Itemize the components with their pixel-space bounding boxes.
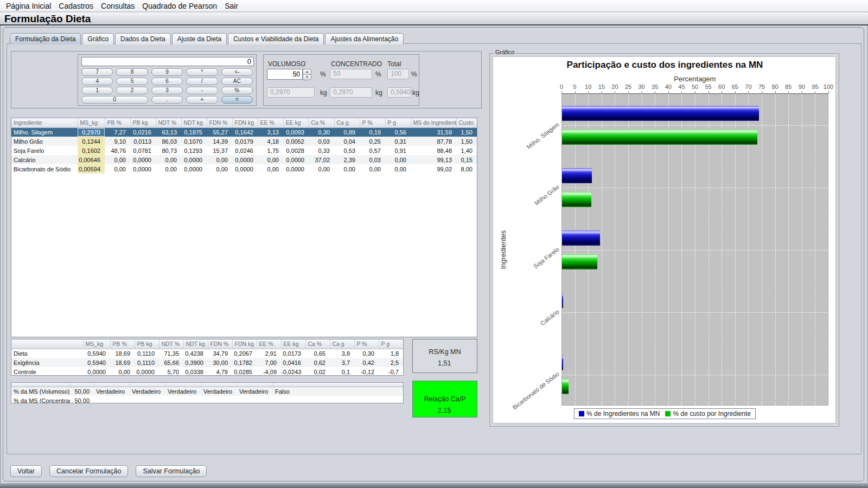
calc-key-0[interactable]: 0 — [81, 96, 148, 104]
vertical-gridline — [828, 94, 829, 406]
legend-swatch — [579, 411, 584, 416]
summary-row[interactable]: Dieta0,594018,690,111071,350,423834,790,… — [11, 349, 403, 358]
column-header-blank[interactable] — [70, 383, 94, 387]
column-header-fdn[interactable]: FDN % — [207, 118, 232, 127]
column-header-blank[interactable] — [273, 383, 403, 387]
column-header-ca[interactable]: Ca % — [305, 339, 330, 349]
column-header-p[interactable]: P % — [360, 118, 385, 127]
menu-item-consultas[interactable]: Consultas — [97, 1, 138, 11]
column-header-ms-kg[interactable]: MS_kg — [83, 339, 110, 349]
column-header-blank[interactable] — [165, 383, 201, 387]
bar-cost-percent-milho-silagem — [562, 130, 757, 145]
calc-key-3[interactable]: 3 — [151, 87, 183, 94]
calc-key-multiply[interactable]: * — [186, 68, 218, 76]
column-header-ca-g[interactable]: Ca g — [334, 118, 360, 127]
calc-key-6[interactable]: 6 — [151, 78, 183, 85]
salvar-formula-o-button[interactable]: Salvar Formulação — [136, 465, 207, 477]
column-header-p-g[interactable]: P g — [385, 118, 411, 127]
calc-key-percent[interactable]: % — [221, 87, 253, 94]
menu-item-sair[interactable]: Sair — [221, 1, 242, 11]
column-header-ndt-kg[interactable]: NDT kg — [181, 118, 207, 127]
ca-p-ratio-label: Relação Ca/P — [413, 395, 477, 403]
column-header-fdn[interactable]: FDN % — [208, 339, 232, 349]
voltar-button[interactable]: Voltar — [10, 465, 42, 477]
tab-formula-o-da-dieta[interactable]: Formulação da Dieta — [10, 33, 81, 44]
status-row[interactable]: % da MS (Concentrado)50,00 — [11, 396, 403, 403]
column-header-ms-do-ingrediente[interactable]: MS do Ingrediente — [411, 118, 456, 127]
column-header-pb[interactable]: PB % — [110, 339, 135, 349]
column-header-ndt[interactable]: NDT % — [159, 339, 183, 349]
menu-item-p-gina-inicial[interactable]: Página Inicial — [2, 1, 55, 11]
status-row[interactable]: % da MS (Volumoso)50,00VerdadeiroVerdade… — [11, 387, 403, 396]
ingredient-row[interactable]: Calcário0,006460,000,00000,000,00000,000… — [11, 155, 477, 164]
calc-key-minus[interactable]: - — [186, 87, 218, 94]
column-header-blank[interactable] — [201, 383, 237, 387]
horizontal-gridline — [562, 188, 828, 188]
column-header-ee[interactable]: EE % — [257, 339, 281, 349]
column-header-ingrediente[interactable]: Ingrediente — [11, 118, 78, 127]
spinner-down-button[interactable]: ▼ — [303, 74, 311, 80]
calc-key-clear[interactable]: AC — [221, 78, 253, 85]
ingredient-row[interactable]: Bicarbonato de Sódio0,005940,000,00000,0… — [11, 164, 477, 174]
menu-item-quadrado-de-pearson[interactable]: Quadrado de Pearson — [138, 1, 221, 11]
bar-ingredient-percent-milho-silagem — [562, 106, 759, 121]
tab-dados-da-dieta[interactable]: Dados da Dieta — [115, 33, 171, 44]
cancelar-formula-o-button[interactable]: Cancelar Formulação — [49, 465, 129, 477]
column-header-fdn-kg[interactable]: FDN kg — [232, 339, 257, 349]
column-header-p-g[interactable]: P g — [379, 339, 403, 349]
column-header-ee[interactable]: EE % — [258, 118, 283, 127]
bar-cost-percent-milho-gr-o — [562, 192, 591, 207]
spinner-up-button[interactable]: ▲ — [303, 69, 311, 74]
calc-key-1[interactable]: 1 — [81, 87, 113, 94]
calc-key-7[interactable]: 7 — [81, 68, 113, 76]
column-header-ndt-kg[interactable]: NDT kg — [183, 339, 208, 349]
column-header-ca-g[interactable]: Ca g — [330, 339, 354, 349]
ingredient-row[interactable]: Milho Grão0,12449,100,011386,030,107014,… — [11, 137, 477, 146]
calc-key-9[interactable]: 9 — [151, 68, 183, 76]
column-header-blank[interactable] — [237, 383, 273, 387]
column-header-ca[interactable]: Ca % — [309, 118, 334, 127]
column-header-blank[interactable] — [11, 383, 70, 387]
column-header-ee-kg[interactable]: EE kg — [281, 339, 305, 349]
column-header-pb[interactable]: PB % — [105, 118, 130, 127]
chart-group: Gráfico Participação e custo dos ingredi… — [489, 49, 839, 427]
calc-key-equals[interactable]: = — [221, 96, 253, 104]
calc-key-2[interactable]: 2 — [116, 87, 148, 94]
column-header-p[interactable]: P % — [354, 339, 379, 349]
column-header-blank[interactable] — [130, 383, 165, 387]
tab-custos-e-viabilidade-da-dieta[interactable]: Custos e Viabilidade da Dieta — [228, 33, 324, 44]
tab-ajustes-da-alimenta-o[interactable]: Ajustes da Alimentação — [325, 33, 404, 44]
column-header-pb-kg[interactable]: PB kg — [135, 339, 159, 349]
column-header-fdn-kg[interactable]: FDN kg — [232, 118, 258, 127]
calc-key-8[interactable]: 8 — [116, 68, 148, 76]
calc-key-backspace[interactable]: <- — [221, 68, 253, 76]
ingredient-row[interactable]: Milho. Silagem0,29707,270,021663,130,187… — [11, 127, 477, 137]
tab-ajuste-da-dieta[interactable]: Ajuste da Dieta — [172, 33, 227, 44]
calc-key-divide[interactable]: / — [186, 78, 218, 85]
calc-key-5[interactable]: 5 — [116, 78, 148, 85]
horizontal-gridline — [562, 312, 828, 313]
calculator-display[interactable]: 0 — [81, 57, 254, 66]
tab-gr-fico[interactable]: Gráfico — [82, 33, 114, 44]
summary-row[interactable]: Controle0,00000,000,00005,700,03384,790,… — [11, 367, 403, 376]
column-header-pb-kg[interactable]: PB kg — [130, 118, 156, 127]
content-frame: Formulação da DietaGráficoDados da Dieta… — [3, 27, 864, 481]
column-header-ms-kg[interactable]: MS_kg — [78, 118, 105, 127]
summary-row[interactable]: Exigência0,594018,690,111065,660,390030,… — [11, 358, 403, 367]
column-header-blank[interactable] — [94, 383, 130, 387]
calc-key-plus[interactable]: + — [186, 96, 218, 104]
ingredients-table: IngredienteMS_kgPB %PB kgNDT %NDT kgFDN … — [11, 118, 477, 337]
volumoso-percent-input[interactable] — [267, 69, 303, 80]
concentrado-label: CONCENTRADO — [331, 60, 382, 68]
menu-item-cadastros[interactable]: Cadastros — [55, 1, 97, 11]
column-header-custo[interactable]: Custo — [456, 118, 477, 127]
column-header-ndt[interactable]: NDT % — [156, 118, 181, 127]
horizontal-gridline — [562, 375, 828, 375]
calc-key-4[interactable]: 4 — [81, 78, 113, 85]
chart-group-label: Gráfico — [494, 49, 516, 55]
column-header-blank[interactable] — [11, 339, 83, 349]
calc-key-dot[interactable]: . — [151, 96, 183, 104]
ingredient-row[interactable]: Soja Farelo0,160248,760,078180,730,12931… — [11, 146, 477, 155]
column-header-ee-kg[interactable]: EE kg — [283, 118, 309, 127]
chart-legend-box: % de Ingredientes na MN% de custo por In… — [574, 408, 756, 419]
